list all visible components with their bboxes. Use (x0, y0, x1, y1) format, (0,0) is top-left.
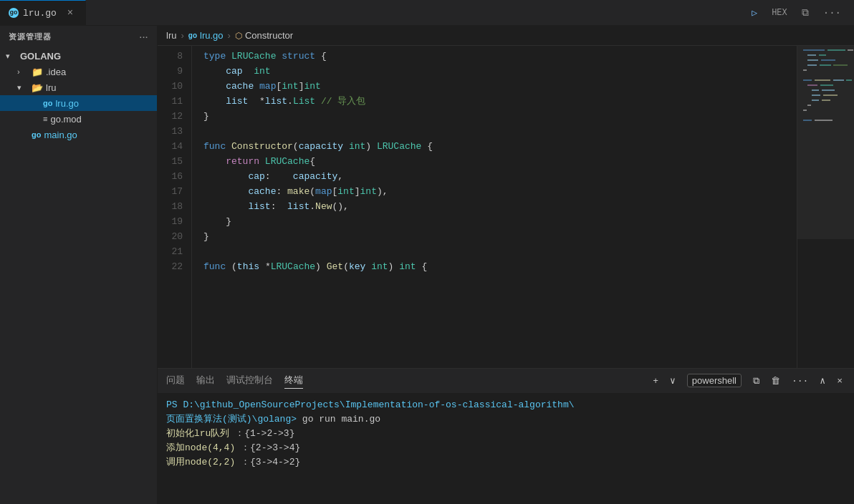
svg-rect-4 (819, 54, 826, 56)
breadcrumb: lru › go lru.go › ⬡ Constructor (158, 26, 854, 46)
run-button[interactable]: ▷ (747, 6, 762, 20)
svg-rect-21 (812, 100, 819, 101)
tree-item-go-mod[interactable]: › ≡ go.mod (0, 111, 157, 127)
code-editor: 8 9 10 11 12 13 14 15 16 17 18 19 20 21 … (158, 46, 854, 368)
line-num-10: 10 (158, 79, 183, 94)
tab-lru-go[interactable]: go lru.go × (0, 0, 86, 26)
term-command: go run main.go (302, 414, 380, 425)
line-num-12: 12 (158, 109, 183, 124)
breadcrumb-sep-1: › (181, 30, 183, 41)
svg-rect-24 (803, 110, 807, 111)
svg-rect-23 (807, 105, 811, 106)
terminal-line-path: PS D:\github_OpenSourceProjects\Implemen… (166, 398, 845, 412)
code-line-8: type LRUCache struct { (203, 49, 797, 64)
code-line-21 (203, 244, 797, 259)
terminal-line-1: 初始化lru队列 ：{1->2->3} (166, 427, 845, 441)
code-line-11: list * list . List // 导入包 (203, 94, 797, 109)
line-num-9: 9 (158, 64, 183, 79)
svg-rect-12 (815, 79, 830, 81)
svg-rect-0 (803, 49, 825, 51)
tree-item-main-go[interactable]: › go main.go (0, 127, 157, 142)
sidebar-header: 资源管理器 ··· (0, 26, 157, 48)
term-label-1: 初始化lru队列 (166, 428, 229, 439)
svg-rect-22 (822, 100, 830, 101)
hex-button[interactable]: HEX (767, 6, 792, 19)
terminal-close-button[interactable]: × (834, 374, 845, 388)
term-prompt: 页面置换算法(测试)\golang> (166, 414, 302, 425)
terminal-line-2: 添加node(4,4) ：{2->3->4} (166, 441, 845, 455)
minimap[interactable] (797, 46, 854, 368)
sidebar-title: 资源管理器 (9, 32, 52, 42)
split-editor-button[interactable]: ⧉ (797, 6, 813, 20)
tree-item-idea[interactable]: › 📁 .idea (0, 64, 157, 79)
svg-rect-8 (820, 64, 831, 66)
tab-debug-console[interactable]: 调试控制台 (226, 374, 273, 388)
tree-item-lru-folder[interactable]: ▾ 📂 lru (0, 79, 157, 95)
line-num-14: 14 (158, 139, 183, 154)
split-terminal-button[interactable]: ⧉ (750, 374, 762, 388)
breadcrumb-go-icon: go (188, 32, 197, 39)
new-terminal-button[interactable]: + (650, 374, 661, 388)
breadcrumb-sep-2: › (228, 30, 231, 41)
tree-item-lru-go[interactable]: › go lru.go (0, 95, 157, 111)
sidebar: 资源管理器 ··· ▾ GOLANG › 📁 .idea ▾ 📂 lru (0, 26, 158, 504)
code-line-13 (203, 124, 797, 139)
powershell-badge[interactable]: powershell (684, 374, 744, 388)
terminal-chevron-button[interactable]: ∨ (667, 374, 678, 388)
line-num-15: 15 (158, 154, 183, 169)
code-line-9: cap int (203, 64, 797, 79)
tree-label-lru-go: lru.go (55, 98, 79, 109)
code-line-14: func Constructor ( capacity int ) LRUCac… (203, 139, 797, 154)
line-num-13: 13 (158, 124, 183, 139)
terminal-collapse-button[interactable]: ∧ (817, 374, 828, 388)
editor-area: lru › go lru.go › ⬡ Constructor 8 9 10 1… (158, 26, 854, 504)
folder-icon-lru: 📂 (32, 82, 43, 93)
code-line-16: cap : capacity , (203, 169, 797, 184)
minimap-content (797, 46, 854, 361)
breadcrumb-lru[interactable]: lru (166, 30, 176, 41)
terminal-content[interactable]: PS D:\github_OpenSourceProjects\Implemen… (158, 394, 854, 504)
folder-icon-idea: 📁 (32, 67, 43, 77)
tab-problems[interactable]: 问题 (166, 374, 185, 388)
cube-icon: ⬡ (235, 31, 242, 41)
svg-rect-10 (803, 69, 807, 71)
sidebar-more-button[interactable]: ··· (140, 33, 148, 42)
breadcrumb-constructor-label: Constructor (245, 30, 293, 41)
tree-arrow-idea: › (17, 67, 29, 76)
more-actions-button[interactable]: ··· (819, 6, 845, 20)
svg-rect-1 (827, 49, 845, 51)
tree-item-golang[interactable]: ▾ GOLANG (0, 48, 157, 64)
svg-rect-7 (807, 64, 817, 66)
tab-output[interactable]: 输出 (196, 374, 215, 388)
tree-arrow-lru: ▾ (17, 83, 29, 92)
tree-arrow-golang: ▾ (6, 52, 17, 61)
breadcrumb-constructor[interactable]: ⬡ Constructor (235, 30, 293, 41)
tab-terminal[interactable]: 终端 (284, 374, 303, 389)
line-num-21: 21 (158, 244, 183, 259)
code-content[interactable]: type LRUCache struct { cap int (192, 46, 797, 368)
delete-terminal-button[interactable]: 🗑 (768, 374, 783, 388)
go-file-icon-maingo: go (32, 130, 41, 139)
svg-rect-9 (833, 64, 848, 66)
mod-file-icon: ≡ (43, 115, 47, 123)
terminal-more-button[interactable]: ··· (789, 374, 811, 388)
svg-rect-6 (821, 59, 835, 61)
svg-rect-16 (820, 84, 833, 86)
term-path: PS D:\github_OpenSourceProjects\Implemen… (166, 399, 575, 410)
top-right-actions: ▷ HEX ⧉ ··· (747, 6, 854, 20)
terminal-area: 问题 输出 调试控制台 终端 + ∨ powershell ⧉ 🗑 ··· ∧ … (158, 368, 854, 504)
breadcrumb-lru-go[interactable]: go lru.go (188, 30, 224, 41)
tree-label-lru-folder: lru (46, 82, 56, 93)
code-line-15: return LRUCache { (203, 154, 797, 169)
code-line-20: } (203, 229, 797, 244)
term-value-1: ：{1->2->3} (235, 428, 294, 439)
terminal-tabs: 问题 输出 调试控制台 终端 + ∨ powershell ⧉ 🗑 ··· ∧ … (158, 369, 854, 394)
tab-close-button[interactable]: × (64, 6, 77, 19)
svg-rect-25 (803, 120, 812, 121)
term-label-3: 调用node(2,2) (166, 457, 235, 467)
go-icon: go (9, 8, 19, 18)
svg-rect-13 (833, 79, 844, 81)
terminal-line-3: 调用node(2,2) ：{3->4->2} (166, 455, 845, 470)
tab-label: lru.go (23, 8, 57, 19)
code-line-12: } (203, 109, 797, 124)
